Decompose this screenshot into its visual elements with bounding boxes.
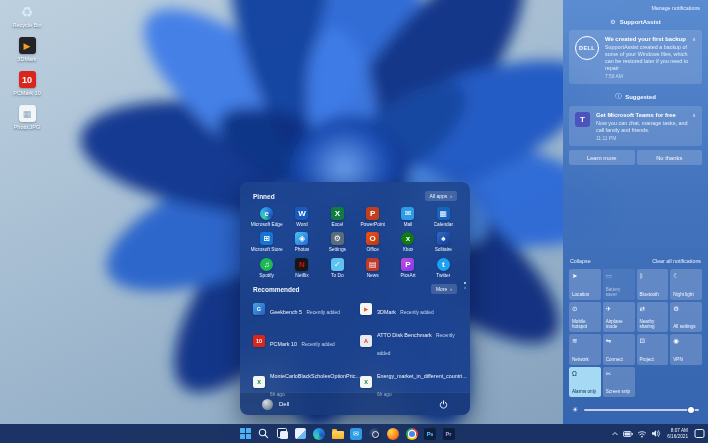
pinned-app-calendar[interactable]: ▦ Calendar xyxy=(426,207,461,227)
vpn-tile[interactable]: ◉ VPN xyxy=(670,334,702,365)
pinned-app-excel[interactable]: X Excel xyxy=(320,207,355,227)
taskbar-steam-button[interactable] xyxy=(368,427,382,441)
recommended-item-3dmark[interactable]: ▶ 3DMark Recently added xyxy=(360,300,457,318)
excel-file-icon: X xyxy=(253,376,265,388)
all-settings-tile[interactable]: ⚙ All settings xyxy=(670,302,702,333)
spotify-icon: ♫ xyxy=(260,258,273,271)
chevron-up-icon[interactable]: ∧ xyxy=(692,112,696,118)
pinned-app-settings[interactable]: ⚙ Settings xyxy=(320,232,355,252)
brightness-slider[interactable] xyxy=(584,409,699,411)
brightness-slider-knob[interactable] xyxy=(688,407,695,414)
desktop-icon-recycle-bin[interactable]: ♻ Recycle Bin xyxy=(4,3,50,28)
network-status[interactable] xyxy=(637,430,647,438)
taskbar-edge-button[interactable] xyxy=(312,427,326,441)
night-light-tile[interactable]: ☾ Night light xyxy=(670,269,702,300)
pinned-app-solitaire[interactable]: ♠ Solitaire xyxy=(426,232,461,252)
alarms-only-tile[interactable]: Ω Alarms only xyxy=(569,367,601,398)
recommended-item-pcmark[interactable]: 10 PCMark 10 Recently added xyxy=(253,323,350,359)
tile-label: Mobile hotspot xyxy=(572,319,598,329)
project-tile[interactable]: ⊡ Project xyxy=(637,334,669,365)
taskbar-center-icons: ✉ Ps Pr xyxy=(238,424,456,443)
screen-snip-tile[interactable]: ✂ Screen snip xyxy=(603,367,635,398)
power-button[interactable] xyxy=(439,400,448,409)
suggested-section-header: ⓘ Suggested xyxy=(563,92,708,101)
taskbar-chrome-button[interactable] xyxy=(405,427,419,441)
xbox-icon: x xyxy=(401,232,414,245)
pinned-app-microsoft-store[interactable]: ⊞ Microsoft Store xyxy=(249,232,284,252)
app-label: Solitaire xyxy=(435,247,452,252)
folder-icon xyxy=(332,431,344,439)
clear-all-notifications-link[interactable]: Clear all notifications xyxy=(652,258,701,264)
pinned-app-grid: e Microsoft Edge W Word X Excel P PowerP… xyxy=(240,204,470,278)
pinned-app-photos[interactable]: ◈ Photos xyxy=(284,232,319,252)
taskbar-firefox-button[interactable] xyxy=(386,427,400,441)
pinned-app-news[interactable]: ▤ News xyxy=(355,258,390,278)
recommended-title: Energy_market_in_different_countri... xyxy=(377,373,467,379)
alarms-only-bell-icon: Ω xyxy=(572,370,598,377)
task-view-button[interactable] xyxy=(275,427,289,441)
nearby-sharing-tile[interactable]: ⇄ Nearby sharing xyxy=(637,302,669,333)
tray-overflow-button[interactable] xyxy=(611,430,619,438)
recommended-item-geekbench[interactable]: G Geekbench 5 Recently added xyxy=(253,300,350,318)
recommended-item-atto[interactable]: A ATTO Disk Benchmark Recently added xyxy=(360,323,457,359)
all-apps-button[interactable]: All apps › xyxy=(425,191,457,201)
pinned-app-microsoft-edge[interactable]: e Microsoft Edge xyxy=(249,207,284,227)
pinned-app-word[interactable]: W Word xyxy=(284,207,319,227)
notification-body: SupportAssist created a backup of some o… xyxy=(605,44,696,72)
widgets-button[interactable] xyxy=(294,427,308,441)
notification-body: Now you can chat, manage tasks, and call… xyxy=(596,120,696,134)
pcmark-icon: 10 xyxy=(253,335,265,347)
taskbar-photoshop-button[interactable]: Ps xyxy=(423,427,437,441)
supportassist-section-header: ⚙ SupportAssist xyxy=(563,18,708,25)
user-avatar[interactable] xyxy=(262,399,273,410)
pinned-app-mail[interactable]: ✉ Mail xyxy=(390,207,425,227)
airplane-mode-tile[interactable]: ✈ Airplane mode xyxy=(603,302,635,333)
pinned-app-picsart[interactable]: P PicsArt xyxy=(390,258,425,278)
pinned-app-todo[interactable]: ✓ To Do xyxy=(320,258,355,278)
no-thanks-button[interactable]: No thanks xyxy=(637,150,703,165)
network-tile[interactable]: ≋ Network xyxy=(569,334,601,365)
search-button[interactable] xyxy=(257,427,271,441)
mail-envelope-icon: ✉ xyxy=(350,428,362,440)
pinned-app-netflix[interactable]: N Netflix xyxy=(284,258,319,278)
desktop-icon-label: Recycle Bin xyxy=(12,22,41,28)
pinned-app-powerpoint[interactable]: P PowerPoint xyxy=(355,207,390,227)
volume-status[interactable] xyxy=(651,429,661,438)
taskbar-clock[interactable]: 8:07 AM 6/16/2021 xyxy=(667,428,688,439)
collapse-link[interactable]: Collapse xyxy=(570,258,591,264)
battery-status[interactable] xyxy=(623,430,633,438)
learn-more-button[interactable]: Learn more xyxy=(569,150,635,165)
notification-title: Get Microsoft Teams for free xyxy=(596,112,696,118)
file-explorer-button[interactable] xyxy=(331,427,345,441)
recommended-section-title: Recommended xyxy=(253,286,300,293)
desktop-icon-jpg-file[interactable]: ▦ Photo.JPG xyxy=(4,105,50,130)
action-center-button[interactable] xyxy=(694,428,705,439)
desktop-icon-3dmark[interactable]: ▶ 3DMark xyxy=(4,37,50,62)
excel-file-icon: X xyxy=(360,376,372,388)
clock-time: 8:07 AM xyxy=(667,428,688,433)
office-icon: O xyxy=(366,232,379,245)
bluetooth-tile[interactable]: ᛒ Bluetooth xyxy=(637,269,669,300)
user-name[interactable]: Dell xyxy=(279,401,289,407)
supportassist-notification-card[interactable]: DELL We created your first backup Suppor… xyxy=(569,30,702,84)
pinned-scroll-indicator[interactable] xyxy=(464,282,466,289)
taskbar-mail-button[interactable]: ✉ xyxy=(349,427,363,441)
taskbar-premiere-button[interactable]: Pr xyxy=(442,427,456,441)
manage-notifications-link[interactable]: Manage notifications xyxy=(651,5,700,11)
mobile-hotspot-tile[interactable]: ⊙ Mobile hotspot xyxy=(569,302,601,333)
location-tile[interactable]: ➤ Location xyxy=(569,269,601,300)
connect-tile[interactable]: ⇋ Connect xyxy=(603,334,635,365)
teams-suggestion-card[interactable]: T Get Microsoft Teams for free Now you c… xyxy=(569,106,702,146)
battery-saver-tile[interactable]: ▭ Battery saver xyxy=(603,269,635,300)
start-button[interactable] xyxy=(238,427,252,441)
pinned-app-twitter[interactable]: t Twitter xyxy=(426,258,461,278)
pinned-app-office[interactable]: O Office xyxy=(355,232,390,252)
chevron-up-icon[interactable]: ∧ xyxy=(692,36,696,42)
pinned-app-xbox[interactable]: x Xbox xyxy=(390,232,425,252)
desktop-icon-pcmark[interactable]: 10 PCMark 10 xyxy=(4,71,50,96)
chevron-up-icon xyxy=(611,430,619,438)
desktop-icon-label: 3DMark xyxy=(17,56,36,62)
recycle-bin-icon: ♻ xyxy=(19,3,36,20)
pinned-app-spotify[interactable]: ♫ Spotify xyxy=(249,258,284,278)
more-button[interactable]: More › xyxy=(431,284,457,294)
